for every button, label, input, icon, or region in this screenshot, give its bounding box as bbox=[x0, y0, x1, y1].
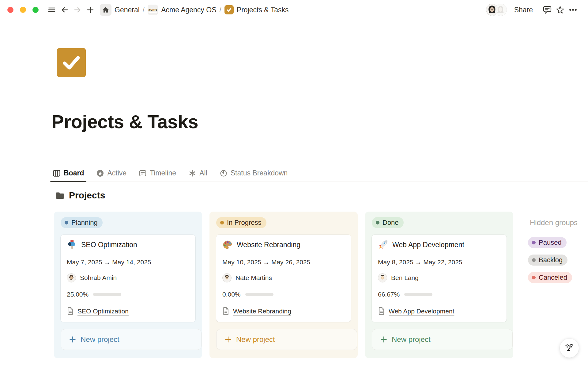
ai-face-icon bbox=[564, 343, 575, 354]
breadcrumb-item-acme-agency-os[interactable]: Acme Agency OS bbox=[161, 6, 216, 14]
status-pill-done[interactable]: Done bbox=[372, 217, 404, 228]
project-card[interactable]: Website Rebranding May 10, 2025 → May 26… bbox=[216, 235, 351, 322]
progress-bar bbox=[404, 293, 432, 296]
new-project-button[interactable]: New project bbox=[61, 329, 202, 350]
acme-logo-icon[interactable]: acme bbox=[148, 5, 158, 15]
assignee-name: Sohrab Amin bbox=[80, 274, 117, 282]
tab-all[interactable]: All bbox=[188, 167, 208, 182]
status-dot bbox=[220, 221, 224, 224]
status-dot bbox=[532, 276, 536, 279]
close-window-button[interactable] bbox=[7, 7, 13, 13]
assignee-avatar bbox=[222, 273, 232, 282]
progress-value: 0.00% bbox=[222, 291, 241, 298]
asterisk-icon bbox=[188, 169, 196, 177]
card-title: SEO Optimization bbox=[81, 241, 137, 249]
plus-icon bbox=[380, 336, 387, 343]
favorite-button[interactable] bbox=[554, 3, 567, 16]
hidden-group-paused[interactable]: Paused bbox=[528, 237, 567, 248]
forward-button[interactable] bbox=[71, 3, 84, 16]
breadcrumb-item-projects-tasks[interactable]: Projects & Tasks bbox=[237, 6, 289, 14]
hidden-group-backlog[interactable]: Backlog bbox=[528, 255, 567, 266]
star-icon bbox=[555, 5, 565, 15]
traffic-lights bbox=[7, 7, 39, 13]
comments-button[interactable] bbox=[541, 3, 554, 16]
breadcrumb: General / acme Acme Agency OS / Projects… bbox=[100, 4, 288, 16]
project-card[interactable]: Web App Development May 8, 2025 → May 22… bbox=[372, 235, 507, 322]
folder-icon bbox=[55, 191, 65, 200]
checkbox-page-icon[interactable] bbox=[224, 5, 234, 14]
ellipsis-icon bbox=[568, 5, 578, 15]
board-column-done: Done Web App Development May 8, 2025 → M… bbox=[365, 212, 513, 358]
card-date-range: May 7, 2025 → May 14, 2025 bbox=[67, 259, 189, 266]
assignee-avatar bbox=[67, 273, 76, 282]
zoom-window-button[interactable] bbox=[32, 7, 39, 13]
kanban-board: Planning SEO Optimization May 7, 2025 → … bbox=[0, 212, 588, 358]
new-page-button[interactable] bbox=[84, 3, 97, 16]
view-tabs: Board Active Timeline All Status Breakdo… bbox=[52, 167, 588, 182]
status-dot bbox=[376, 221, 379, 224]
breadcrumb-item-general[interactable]: General bbox=[115, 6, 140, 14]
assignee-avatar bbox=[378, 273, 387, 282]
status-dot bbox=[532, 241, 536, 244]
document-icon bbox=[222, 307, 229, 315]
new-project-button[interactable]: New project bbox=[372, 329, 513, 350]
share-button[interactable]: Share bbox=[514, 6, 533, 14]
hidden-groups-panel: Hidden groups Paused Backlog Canceled bbox=[528, 212, 578, 283]
page-link[interactable]: Website Rebranding bbox=[233, 308, 291, 315]
tab-timeline[interactable]: Timeline bbox=[138, 167, 177, 182]
tab-board[interactable]: Board bbox=[52, 167, 85, 182]
card-date-range: May 8, 2025 → May 22, 2025 bbox=[378, 259, 500, 266]
breadcrumb-separator: / bbox=[143, 6, 145, 14]
arrow-right-icon bbox=[73, 6, 82, 14]
progress-bar bbox=[93, 293, 121, 296]
status-pill-in-progress[interactable]: In Progress bbox=[216, 217, 266, 228]
plus-icon bbox=[69, 336, 76, 343]
plus-icon bbox=[86, 6, 95, 14]
minimize-window-button[interactable] bbox=[20, 7, 26, 13]
progress-value: 25.00% bbox=[67, 291, 89, 298]
board-section-header: Projects bbox=[55, 190, 588, 201]
page-link[interactable]: SEO Optimization bbox=[77, 308, 129, 315]
window-toolbar: General / acme Acme Agency OS / Projects… bbox=[0, 0, 588, 20]
progress-value: 66.67% bbox=[378, 291, 400, 298]
pie-chart-icon bbox=[220, 169, 228, 177]
hidden-groups-label: Hidden groups bbox=[530, 218, 578, 227]
star-circle-icon bbox=[96, 169, 104, 177]
tab-status-breakdown[interactable]: Status Breakdown bbox=[219, 167, 288, 182]
avatar bbox=[495, 4, 507, 16]
assignee-name: Nate Martins bbox=[236, 274, 272, 282]
card-title: Website Rebranding bbox=[237, 241, 300, 249]
board-column-planning: Planning SEO Optimization May 7, 2025 → … bbox=[54, 212, 202, 358]
artist-palette-emoji-icon bbox=[222, 240, 233, 250]
collaborator-avatars[interactable] bbox=[486, 4, 507, 16]
card-date-range: May 10, 2025 → May 26, 2025 bbox=[222, 259, 345, 266]
assignee-name: Ben Lang bbox=[391, 274, 419, 282]
arrow-left-icon bbox=[60, 6, 69, 14]
project-card[interactable]: SEO Optimization May 7, 2025 → May 14, 2… bbox=[61, 235, 195, 322]
board-view-icon bbox=[53, 169, 61, 177]
comment-icon bbox=[542, 5, 552, 15]
status-dot bbox=[65, 221, 68, 224]
section-title: Projects bbox=[69, 190, 105, 201]
progress-bar bbox=[245, 293, 273, 296]
status-dot bbox=[532, 258, 536, 262]
timeline-view-icon bbox=[139, 169, 147, 177]
tab-active[interactable]: Active bbox=[96, 167, 127, 182]
sidebar-menu-button[interactable] bbox=[45, 3, 58, 16]
more-options-button[interactable] bbox=[567, 3, 579, 16]
hamburger-icon bbox=[47, 6, 56, 14]
open-mailbox-emoji-icon bbox=[67, 240, 77, 250]
document-icon bbox=[67, 307, 74, 315]
status-pill-planning[interactable]: Planning bbox=[61, 217, 103, 228]
hidden-group-canceled[interactable]: Canceled bbox=[528, 272, 572, 283]
new-project-button[interactable]: New project bbox=[216, 329, 357, 350]
page-icon-checkbox[interactable] bbox=[57, 48, 86, 77]
notion-ai-button[interactable] bbox=[560, 339, 579, 358]
back-button[interactable] bbox=[58, 3, 71, 16]
plus-icon bbox=[224, 336, 232, 343]
page-title[interactable]: Projects & Tasks bbox=[51, 111, 588, 132]
rocket-emoji-icon bbox=[378, 240, 388, 250]
page-link[interactable]: Web App Development bbox=[389, 308, 454, 315]
breadcrumb-separator: / bbox=[219, 6, 221, 14]
home-icon[interactable] bbox=[100, 4, 111, 16]
